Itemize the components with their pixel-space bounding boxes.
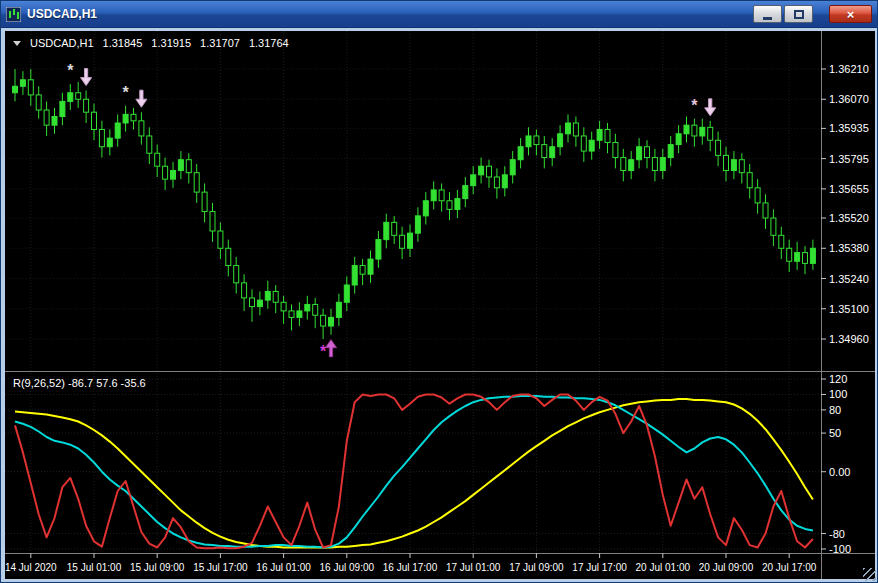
time-label: 17 Jul 01:00	[446, 562, 501, 573]
maximize-icon	[794, 10, 804, 19]
candle-body	[163, 166, 168, 179]
candle-body	[107, 138, 112, 147]
candle-body	[202, 192, 207, 211]
candle-body	[763, 203, 768, 218]
pane-separators	[5, 31, 875, 579]
chart-canvas[interactable]: ****1.362101.360701.359351.357951.356551…	[5, 31, 875, 579]
candle-body	[573, 123, 578, 136]
candle-body	[329, 317, 334, 326]
time-label: 17 Jul 09:00	[509, 562, 564, 573]
candle-body	[400, 235, 405, 248]
candle-body	[731, 160, 736, 171]
resize-grip[interactable]	[863, 568, 876, 581]
candle-body	[68, 93, 73, 102]
candle-body	[336, 302, 341, 317]
candle-body	[716, 140, 721, 155]
time-label: 20 Jul 01:00	[636, 562, 691, 573]
candle-body	[558, 134, 563, 147]
candle-body	[700, 127, 705, 136]
candle-body	[479, 166, 484, 175]
candle-body	[92, 112, 97, 129]
candle-body	[234, 266, 239, 283]
candle-body	[439, 190, 444, 201]
candle-body	[147, 136, 152, 153]
candle-body	[613, 142, 618, 157]
time-label: 16 Jul 09:00	[320, 562, 375, 573]
candle-body	[637, 147, 642, 160]
candle-body	[589, 140, 594, 151]
candle-body	[250, 298, 255, 307]
candle-body	[139, 121, 144, 136]
price-axis: 1.362101.360701.359351.357951.356551.355…	[821, 63, 869, 345]
star-marker: *	[320, 343, 327, 360]
candle-body	[44, 110, 49, 125]
indicator-level-label: 0.00	[829, 466, 850, 478]
indicator-level-label: -80	[829, 528, 845, 540]
candle-body	[115, 123, 120, 138]
candle-body	[210, 212, 215, 231]
candle-body	[20, 80, 25, 86]
candle-body	[60, 101, 65, 116]
candle-body	[352, 266, 357, 285]
candle-body	[692, 125, 697, 136]
gridlines	[5, 31, 821, 553]
candle-body	[360, 266, 365, 275]
candle-body	[313, 304, 318, 315]
candle-body	[771, 218, 776, 235]
arrow-down-marker	[705, 99, 716, 116]
time-label: 16 Jul 01:00	[256, 562, 311, 573]
indicator-level-label: 80	[829, 404, 841, 416]
candle-body	[668, 145, 673, 158]
candle-body	[384, 222, 389, 239]
candle-body	[36, 95, 41, 110]
candle-body	[534, 136, 539, 145]
star-marker: *	[67, 62, 74, 79]
star-marker: *	[122, 84, 129, 101]
indicator-line-yellow	[15, 399, 813, 547]
candle-body	[84, 99, 89, 112]
arrow-up-marker	[326, 340, 337, 357]
price-label: 1.35100	[829, 303, 869, 315]
titlebar[interactable]: USDCAD,H1 ×	[1, 1, 877, 28]
chevron-down-icon[interactable]	[13, 41, 21, 46]
trade-markers: ****	[67, 62, 716, 360]
price-label: 1.34960	[829, 333, 869, 345]
close-button[interactable]: ×	[829, 5, 872, 23]
candle-body	[242, 283, 247, 298]
indicator-level-label: 50	[829, 427, 841, 439]
time-axis: 14 Jul 202015 Jul 01:0015 Jul 09:0015 Ju…	[5, 553, 817, 573]
minimize-button[interactable]	[753, 5, 782, 23]
candle-body	[803, 253, 808, 264]
candle-body	[76, 93, 81, 99]
candle-body	[779, 235, 784, 248]
time-label: 20 Jul 17:00	[762, 562, 817, 573]
candle-body	[518, 147, 523, 160]
price-label: 1.35935	[829, 122, 869, 134]
time-label: 17 Jul 17:00	[572, 562, 627, 573]
maximize-button[interactable]	[784, 5, 813, 23]
candle-body	[810, 248, 815, 263]
price-label: 1.35240	[829, 273, 869, 285]
indicator-level-label: 120	[829, 373, 847, 385]
candle-body	[684, 125, 689, 134]
candle-body	[487, 166, 492, 177]
candle-body	[321, 315, 326, 326]
candle-body	[471, 175, 476, 186]
candle-body	[265, 291, 270, 300]
candle-body	[423, 201, 428, 216]
candle-body	[13, 86, 18, 92]
candle-body	[368, 259, 373, 274]
candle-body	[676, 134, 681, 145]
indicator-axis: 12010080500.00-80-100	[821, 373, 851, 555]
candle-body	[273, 291, 278, 302]
candle-body	[597, 129, 602, 140]
candle-body	[281, 302, 286, 311]
candle-body	[289, 311, 294, 317]
candle-body	[257, 300, 262, 306]
candle-body	[660, 158, 665, 171]
candle-body	[305, 304, 310, 310]
candle-body	[708, 127, 713, 140]
candle-body	[605, 129, 610, 142]
price-label: 1.36070	[829, 93, 869, 105]
candle-body	[131, 114, 136, 120]
